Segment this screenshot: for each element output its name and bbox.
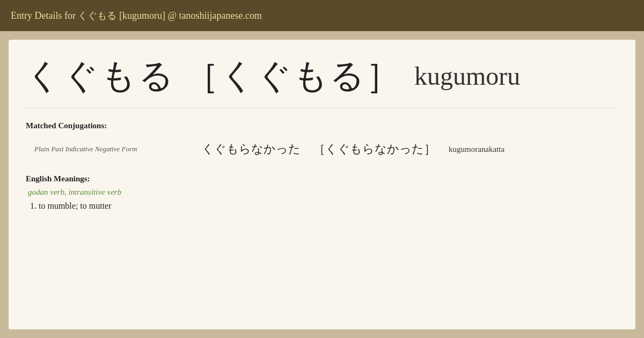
definition-item: to mumble; to mutter — [39, 201, 618, 211]
meanings-label: English Meanings: — [26, 174, 618, 183]
conjugation-reading: ［くぐもらなかった］ — [313, 141, 436, 157]
definition-text: to mumble; to mutter — [39, 201, 112, 210]
page-header: Entry Details for くぐもる [kugumoru] @ tano… — [0, 0, 644, 31]
page-title: Entry Details for くぐもる [kugumoru] @ tano… — [11, 9, 262, 22]
word-reading-text: くぐもる — [220, 57, 366, 95]
conj-bracket-open: ［ — [313, 142, 325, 156]
definition-list: to mumble; to mutter — [26, 201, 618, 211]
conjugation-row: Plain Past Indicative Negative Form くぐもら… — [26, 137, 618, 161]
main-content-area: くぐもる ［くぐもる］ kugumoru Matched Conjugation… — [9, 40, 635, 329]
conjugation-form-label: Plain Past Indicative Negative Form — [34, 145, 195, 153]
conjugation-romaji: kugumoranakatta — [449, 145, 504, 154]
conj-reading-text: くぐもらなかった — [325, 142, 424, 156]
meanings-section: English Meanings: godan verb, intransiti… — [26, 174, 618, 211]
word-header: くぐもる ［くぐもる］ kugumoru — [26, 53, 618, 108]
conjugation-japanese: くぐもらなかった — [202, 141, 301, 157]
reading-bracket-open: ［ — [185, 57, 220, 95]
conjugations-label: Matched Conjugations: — [26, 121, 618, 130]
conj-bracket-close: ］ — [424, 142, 436, 156]
conjugations-section: Matched Conjugations: Plain Past Indicat… — [26, 121, 618, 161]
reading-bracket-close: ］ — [366, 57, 401, 95]
word-reading: ［くぐもる］ — [185, 53, 401, 99]
word-kanji: くぐもる — [26, 53, 176, 99]
word-romaji: kugumoru — [414, 61, 520, 91]
part-of-speech-label: godan verb, intransitive verb — [26, 188, 618, 197]
